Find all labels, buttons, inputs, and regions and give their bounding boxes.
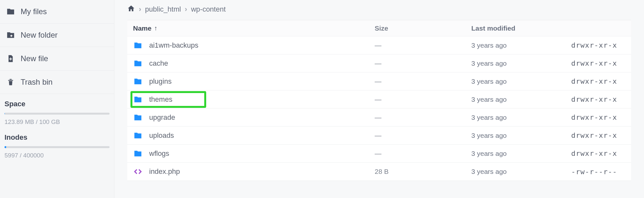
file-permissions: drwxr-xr-x (571, 77, 625, 85)
sidebar-item-label: New file (21, 54, 48, 63)
file-name: upgrade (149, 113, 175, 122)
inodes-value: 5997 / 400000 (5, 152, 110, 159)
sort-arrow-up-icon: ↑ (154, 24, 157, 32)
table-row[interactable]: uploads—3 years agodrwxr-xr-x (127, 127, 631, 145)
sidebar-item-new-file[interactable]: New file (0, 47, 114, 71)
breadcrumb: › public_html › wp-content (127, 0, 631, 20)
folder-icon (133, 77, 143, 86)
sidebar: My files New folder New file Trash bin S… (0, 0, 114, 198)
sidebar-item-label: Trash bin (21, 78, 53, 87)
header-name-label: Name (133, 24, 151, 32)
folder-icon (133, 113, 143, 122)
table-row[interactable]: plugins—3 years agodrwxr-xr-x (127, 72, 631, 90)
file-modified: 3 years ago (471, 114, 571, 121)
header-name[interactable]: Name ↑ (133, 24, 375, 32)
sidebar-item-label: My files (21, 7, 47, 16)
table-row[interactable]: themes—3 years agodrwxr-xr-x (127, 90, 631, 108)
header-modified[interactable]: Last modified (471, 24, 571, 32)
table-row[interactable]: index.php28 B3 years ago-rw-r--r-- (127, 163, 631, 181)
file-modified: 3 years ago (471, 132, 571, 139)
file-size: 28 B (375, 168, 471, 175)
chevron-right-icon: › (139, 5, 141, 14)
file-name: themes (149, 95, 172, 104)
sidebar-stats: Space 123.89 MB / 100 GB Inodes 5997 / 4… (0, 94, 114, 169)
table-row[interactable]: wflogs—3 years agodrwxr-xr-x (127, 145, 631, 163)
file-name: uploads (149, 131, 174, 140)
file-permissions: -rw-r--r-- (571, 168, 625, 176)
space-value: 123.89 MB / 100 GB (5, 118, 110, 126)
file-size: — (375, 150, 471, 157)
app-root: My files New folder New file Trash bin S… (0, 0, 644, 198)
folder-plus-icon (6, 31, 15, 39)
header-size[interactable]: Size (375, 24, 471, 32)
sidebar-item-my-files[interactable]: My files (0, 0, 114, 24)
home-icon[interactable] (127, 5, 135, 14)
file-table: Name ↑ Size Last modified ai1wm-backups—… (127, 20, 631, 181)
folder-icon (133, 41, 143, 50)
header-modified-label: Last modified (471, 24, 515, 32)
table-row[interactable]: cache—3 years agodrwxr-xr-x (127, 54, 631, 72)
table-row[interactable]: ai1wm-backups—3 years agodrwxr-xr-x (127, 36, 631, 54)
space-bar-fill (5, 113, 5, 115)
file-modified: 3 years ago (471, 96, 571, 103)
breadcrumb-segment-wp-content: wp-content (191, 5, 226, 14)
inodes-bar-fill (5, 146, 6, 148)
trash-icon (6, 78, 15, 86)
file-size: — (375, 132, 471, 139)
sidebar-item-new-folder[interactable]: New folder (0, 24, 114, 47)
file-modified: 3 years ago (471, 60, 571, 67)
main-pane: › public_html › wp-content Name ↑ Size L… (114, 0, 644, 198)
file-name: ai1wm-backups (149, 41, 198, 50)
file-size: — (375, 114, 471, 121)
sidebar-item-label: New folder (21, 31, 58, 40)
file-permissions: drwxr-xr-x (571, 113, 625, 121)
file-plus-icon (6, 54, 15, 63)
file-modified: 3 years ago (471, 78, 571, 85)
space-label: Space (5, 100, 110, 108)
file-size: — (375, 78, 471, 85)
folder-icon (6, 7, 15, 16)
file-modified: 3 years ago (471, 150, 571, 157)
file-name: wflogs (149, 149, 169, 158)
folder-icon (133, 131, 143, 140)
chevron-right-icon: › (185, 5, 187, 14)
header-size-label: Size (375, 24, 388, 32)
file-name: plugins (149, 77, 172, 86)
file-permissions: drwxr-xr-x (571, 59, 625, 67)
file-permissions: drwxr-xr-x (571, 41, 625, 49)
code-file-icon (133, 167, 143, 176)
table-header: Name ↑ Size Last modified (127, 20, 631, 36)
file-permissions: drwxr-xr-x (571, 131, 625, 139)
file-name: cache (149, 59, 168, 68)
folder-icon (133, 149, 143, 158)
folder-icon (133, 95, 143, 104)
inodes-bar (5, 146, 110, 148)
folder-icon (133, 59, 143, 68)
file-modified: 3 years ago (471, 168, 571, 175)
file-size: — (375, 42, 471, 49)
file-permissions: drwxr-xr-x (571, 95, 625, 103)
breadcrumb-segment-public-html[interactable]: public_html (145, 5, 181, 14)
file-modified: 3 years ago (471, 42, 571, 49)
file-name: index.php (149, 167, 180, 176)
inodes-label: Inodes (5, 133, 110, 142)
space-bar (5, 113, 110, 115)
file-size: — (375, 60, 471, 67)
file-size: — (375, 96, 471, 103)
file-permissions: drwxr-xr-x (571, 149, 625, 157)
table-row[interactable]: upgrade—3 years agodrwxr-xr-x (127, 108, 631, 127)
sidebar-item-trash[interactable]: Trash bin (0, 71, 114, 94)
